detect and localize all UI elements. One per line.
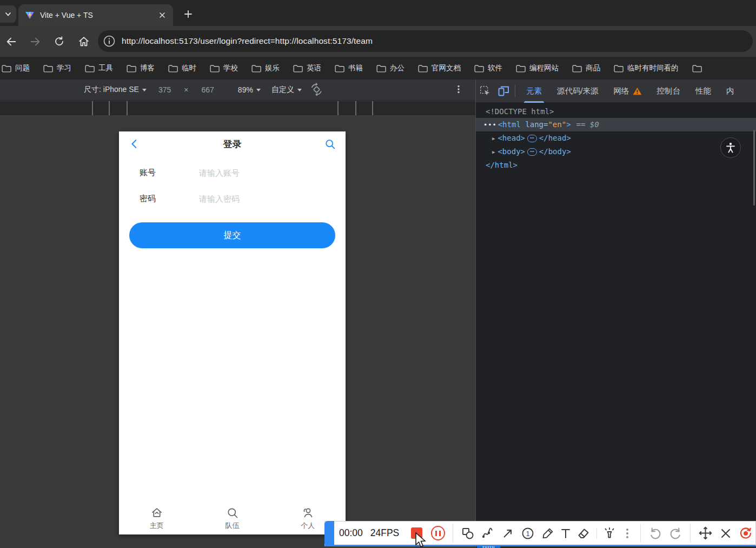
viewport-width-input[interactable]: 375 [158,85,171,94]
back-button[interactable] [2,32,21,51]
dimension-separator: × [184,85,188,94]
kebab-menu-icon [622,527,632,539]
bookmark-folder[interactable]: 工具 [78,61,120,76]
dom-html-node-selected[interactable]: •••<html lang="en">== $0 [476,118,756,131]
folder-icon [474,63,484,74]
tab-search-button[interactable] [0,5,16,23]
text-tool-button[interactable] [558,523,574,544]
folder-icon [168,63,178,74]
devtools-tab-network[interactable]: 网络 [606,80,649,103]
mouse-cursor [414,532,428,548]
more-tools-button[interactable] [619,523,635,544]
submit-button[interactable]: 提交 [129,222,335,248]
arrow-tool-button[interactable] [498,523,518,544]
elements-tree: <!DOCTYPE html> •••<html lang="en">== $0… [476,103,756,543]
nav-back-button[interactable] [129,138,141,152]
devtools-scrollbar[interactable] [753,130,755,206]
url-text[interactable]: http://localhost:5173/user/login?redirec… [122,36,373,46]
toolbar-drag-handle[interactable] [324,521,334,546]
expand-inline-button[interactable]: ⋯ [527,135,537,142]
chevron-left-icon [129,138,141,150]
rotate-viewport-button[interactable] [309,82,323,98]
bookmark-folder[interactable]: 学习 [36,61,78,76]
text-icon [560,527,572,539]
undo-button[interactable] [646,523,666,544]
new-tab-button[interactable] [180,6,197,22]
close-toolbar-button[interactable] [715,523,735,544]
bookmark-folder[interactable]: 临时有时间看的 [607,61,685,76]
step-number-tool-button[interactable]: 1 [518,523,538,544]
ruler-tick [109,101,110,115]
folder-icon [334,63,344,74]
account-input[interactable] [199,168,318,177]
eraser-tool-button[interactable] [574,523,594,544]
restart-recording-button[interactable] [735,523,755,544]
dom-body-node[interactable]: ▶<body>⋯</body> [476,145,756,159]
devtools-tab-elements[interactable]: 元素 [519,80,549,103]
ruler-tick [372,101,373,115]
home-button[interactable] [75,32,93,51]
bookmark-folder[interactable]: 商品 [565,61,607,76]
app-viewport: 登录 账号 密码 提交 主页 队伍 [119,131,346,534]
tab-home[interactable]: 主页 [119,500,195,534]
disclosure-triangle-icon[interactable]: ▶ [492,149,495,155]
address-bar[interactable]: http://localhost:5173/user/login?redirec… [98,30,753,52]
freeform-line-tool-button[interactable] [478,523,498,544]
shapes-tool-button[interactable] [458,523,478,544]
bookmark-folder[interactable]: 办公 [369,61,411,76]
chevron-down-icon [297,89,302,91]
move-toolbar-button[interactable] [695,523,715,544]
devtools-tab-memory[interactable]: 内 [719,80,742,103]
bookmark-folder[interactable]: 英语 [286,61,328,76]
record-time: 00:00 [339,527,363,539]
site-info-icon[interactable] [102,34,116,48]
browser-tab[interactable]: Vite + Vue + TS [18,4,173,26]
search-icon [226,506,239,519]
highlight-tool-button[interactable] [600,523,620,544]
disclosure-triangle-icon[interactable]: ▶ [492,136,495,141]
divider [596,528,597,539]
bookmark-folder[interactable]: 软件 [467,61,509,76]
bookmark-folder[interactable]: 编程网站 [509,61,565,76]
device-more-options-button[interactable] [454,84,463,96]
expand-inline-button[interactable]: ⋯ [527,148,537,156]
bookmark-folder[interactable]: 官网文档 [411,61,467,76]
tab-close-icon[interactable] [157,10,168,21]
move-icon [698,526,713,540]
tab-team[interactable]: 队伍 [195,500,270,534]
bookmark-folder-overflow[interactable] [685,61,708,76]
reload-button[interactable] [50,32,68,51]
tab-team-label: 队伍 [226,521,240,531]
record-fps: 24FPS [370,527,400,539]
devtools-tab-sources[interactable]: 源代码/来源 [549,80,606,103]
screen-recorder-toolbar: 00:00 24FPS 1 [324,521,756,546]
viewport-height-input[interactable]: 667 [201,85,214,94]
arrow-up-right-icon [501,527,514,540]
vite-favicon-icon [25,10,35,20]
tab-home-label: 主页 [150,521,164,531]
redo-button[interactable] [665,523,685,544]
device-type-select[interactable]: 尺寸: iPhone SE [84,85,147,95]
devtools-tab-performance[interactable]: 性能 [688,80,719,103]
dom-doctype[interactable]: <!DOCTYPE html> [476,105,756,118]
bookmark-folder[interactable]: 问题 [0,61,36,76]
dom-html-close[interactable]: </html> [476,159,756,171]
pause-record-button[interactable] [431,526,445,540]
throttling-select[interactable]: 自定义 [271,85,302,95]
bookmark-folder[interactable]: 书籍 [328,61,369,76]
dom-head-node[interactable]: ▶<head>⋯</head> [476,131,756,145]
inspect-element-button[interactable] [476,83,494,99]
pen-tool-button[interactable] [538,523,558,544]
bookmark-folder[interactable]: 娱乐 [244,61,286,76]
nav-search-button[interactable] [324,138,336,152]
password-input[interactable] [199,194,318,203]
forward-button[interactable] [26,32,44,51]
devtools-tab-console[interactable]: 控制台 [649,80,688,103]
accessibility-fab[interactable] [720,137,741,158]
bookmark-folder[interactable]: 博客 [120,61,161,76]
bookmark-folder[interactable]: 学校 [203,61,244,76]
device-toolbar-toggle-button[interactable] [494,83,513,99]
bookmark-folder[interactable]: 临时 [161,61,203,76]
zoom-select[interactable]: 89% [238,85,261,94]
home-icon [150,506,163,519]
